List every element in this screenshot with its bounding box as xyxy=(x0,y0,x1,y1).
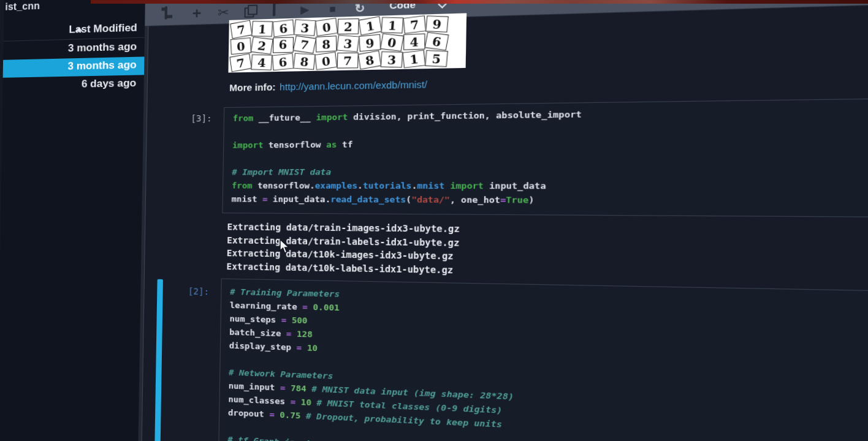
breadcrumb[interactable]: ist_cnn xyxy=(5,1,40,13)
paste-cells-button[interactable] xyxy=(271,4,286,18)
file-row[interactable]: 6 days ago xyxy=(2,75,144,96)
last-modified-header[interactable]: Last Modified xyxy=(69,21,137,36)
more-info-label: More info: xyxy=(229,82,276,93)
top-edge-video-artifact xyxy=(91,0,868,4)
file-browser-sidebar: ist_cnn Last Modified 3 months ago 3 mon… xyxy=(0,0,146,441)
code-content: # Training Parameterslearning_rate = 0.0… xyxy=(227,287,868,441)
save-button[interactable] xyxy=(163,7,177,21)
paste-icon xyxy=(273,2,276,16)
mouse-cursor xyxy=(279,239,292,255)
run-button[interactable]: ▶ xyxy=(297,3,312,18)
cell-input-prompt: [3]: xyxy=(142,113,212,124)
stop-button[interactable]: ■ xyxy=(325,2,340,17)
mnist-digits-image: 716302117902678390467468078315 xyxy=(228,13,466,72)
cell-output: Extracting data/train-images-idx3-ubyte.… xyxy=(226,222,460,278)
scissors-icon: ✂ xyxy=(216,6,231,20)
stop-icon: ■ xyxy=(325,2,340,17)
code-content: from __future__ import division, print_f… xyxy=(231,100,868,213)
add-cell-button[interactable]: + xyxy=(189,6,204,21)
cut-cells-button[interactable]: ✂ xyxy=(216,6,231,20)
save-icon xyxy=(165,6,168,20)
file-row-selected[interactable]: 3 months ago xyxy=(3,57,145,78)
code-cell-editor[interactable]: from __future__ import division, print_f… xyxy=(222,92,868,220)
code-cell-editor-active[interactable]: # Training Parameterslearning_rate = 0.0… xyxy=(217,279,868,441)
cell-input-prompt: [2]: xyxy=(139,285,209,296)
copy-cells-button[interactable] xyxy=(243,4,257,19)
jupyterlab-window: ist_cnn Last Modified 3 months ago 3 mon… xyxy=(0,0,868,441)
plus-icon: + xyxy=(189,6,204,21)
play-icon: ▶ xyxy=(297,3,312,18)
